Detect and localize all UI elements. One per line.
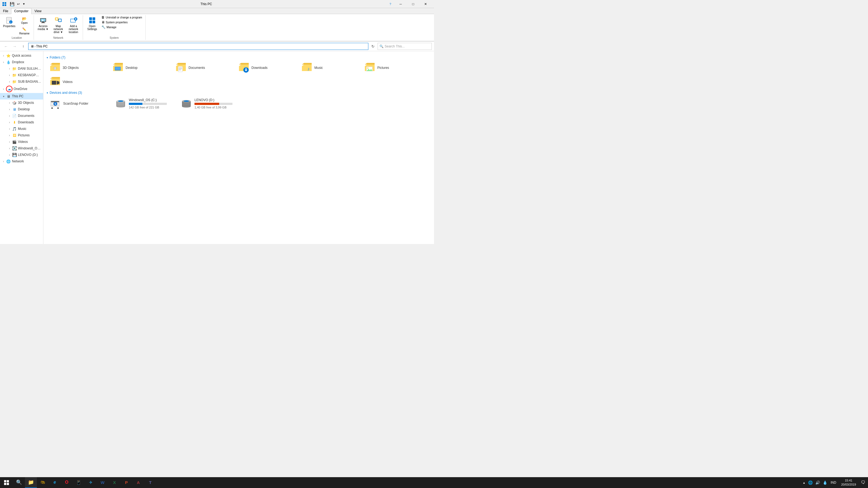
folder-videos-icon: [50, 77, 61, 87]
search-box[interactable]: 🔍 Search This...: [378, 43, 432, 50]
qs-save[interactable]: 💾: [9, 1, 16, 7]
svg-rect-1: [5, 2, 6, 4]
system-actions: 🗑 Uninstall or change a program 🖥 System…: [100, 15, 143, 29]
sidebar-item-quick-access[interactable]: › ⭐ Quick access: [0, 52, 43, 59]
onedrive-expand: ›: [2, 87, 5, 91]
drive-lenovo-d-free: 1,40 GB free of 3,99 GB: [194, 106, 240, 109]
music-expand: ›: [8, 127, 11, 131]
properties-button[interactable]: i Properties: [2, 15, 16, 29]
sidebar-item-windows-c[interactable]: › 💽 Windows8_OS (C:): [0, 145, 43, 152]
folder-documents[interactable]: Documents: [173, 61, 235, 74]
sub-bagian-icon: 📁: [12, 79, 17, 84]
music-icon: 🎵: [12, 126, 17, 131]
sidebar-item-desktop[interactable]: › 🖥 Desktop: [0, 106, 43, 112]
qs-undo[interactable]: ↩: [16, 2, 21, 6]
folder-3d-objects[interactable]: 3D 3D Objects: [46, 61, 109, 74]
svg-point-50: [57, 107, 59, 109]
drive-windows-c[interactable]: Windows8_OS (C:) 142 GB free of 221 GB: [112, 96, 177, 111]
access-media-icon: [39, 16, 48, 25]
sidebar-item-3d-objects[interactable]: › 🎲 3D Objects: [0, 99, 43, 106]
sidebar-item-sub-bagian[interactable]: › 📁 SUB BAGIAN KEUAN.: [0, 78, 43, 85]
drive-scansnap[interactable]: S ScanSnap Folder: [46, 96, 112, 111]
open-button[interactable]: 📂 Open: [18, 15, 31, 25]
sidebar-item-documents[interactable]: › 📄 Documents: [0, 112, 43, 119]
svg-rect-26: [93, 18, 95, 20]
folder-music[interactable]: ♪ Music: [299, 61, 361, 74]
drive-lenovo-d[interactable]: LENOVO (D:) 1,40 GB free of 3,99 GB: [178, 96, 243, 111]
svg-rect-33: [178, 66, 183, 72]
add-network-button[interactable]: Add a networklocation: [66, 15, 81, 34]
downloads-expand: ›: [8, 120, 11, 124]
sidebar-item-this-pc[interactable]: ▾ 🖥 This PC: [0, 93, 43, 99]
sidebar-item-network[interactable]: › 🌐 Network: [0, 158, 43, 165]
close-button[interactable]: ✕: [420, 0, 432, 8]
sub-bagian-expand: ›: [8, 80, 11, 84]
dani-label: DANI SULUH PEKER.: [18, 67, 41, 70]
quick-access-toolbar: 💾 ↩ ▼: [9, 1, 26, 7]
back-button[interactable]: ←: [2, 43, 10, 50]
tab-file[interactable]: File: [0, 8, 11, 14]
folder-desktop[interactable]: Desktop: [110, 61, 172, 74]
address-path[interactable]: 🖥 › This PC: [28, 43, 368, 50]
uninstall-button[interactable]: 🗑 Uninstall or change a program: [100, 15, 143, 20]
windows-c-expand: ›: [8, 147, 11, 150]
folders-section-header[interactable]: ▾ Folders (7): [46, 56, 431, 59]
qs-dropdown[interactable]: ▼: [22, 2, 26, 6]
add-network-icon: [69, 16, 78, 25]
ribbon: File Computer View i: [0, 8, 434, 41]
system-props-label: System properties: [106, 21, 128, 24]
svg-rect-18: [59, 19, 61, 22]
access-media-button[interactable]: Accessmedia ▼: [36, 15, 50, 31]
maximize-button[interactable]: □: [407, 0, 420, 8]
music-label: Music: [18, 127, 26, 131]
rename-button[interactable]: ✏️ Rename: [18, 26, 31, 36]
open-settings-button[interactable]: OpenSettings: [85, 15, 99, 31]
folder-pictures[interactable]: Pictures: [361, 61, 424, 74]
folder-downloads[interactable]: Downloads: [236, 61, 298, 74]
forward-button[interactable]: →: [11, 43, 19, 50]
system-props-button[interactable]: 🖥 System properties: [100, 20, 143, 24]
ribbon-content: i Properties 📂 Open ✏️ Rename Loc: [0, 14, 434, 41]
pictures-icon: 🖼: [12, 133, 17, 138]
folders-section-label: Folders (7): [50, 56, 65, 59]
help-button[interactable]: ?: [386, 0, 394, 8]
open-label: Open: [21, 22, 28, 24]
ribbon-group-system-items: OpenSettings 🗑 Uninstall or change a pro…: [85, 15, 143, 36]
windows-c-icon: 💽: [12, 146, 17, 151]
drives-section-header[interactable]: ▾ Devices and drives (3): [46, 91, 431, 95]
sidebar: › ⭐ Quick access › 💧 Dropbox › 📁 DANI SU…: [0, 51, 43, 244]
sidebar-item-downloads[interactable]: › ⬇ Downloads: [0, 119, 43, 126]
folder-videos[interactable]: Videos: [46, 75, 109, 89]
map-network-icon: [54, 16, 63, 25]
sidebar-item-pictures[interactable]: › 🖼 Pictures: [0, 132, 43, 138]
sidebar-item-music[interactable]: › 🎵 Music: [0, 126, 43, 132]
search-placeholder: Search This...: [384, 44, 405, 48]
svg-rect-0: [2, 2, 4, 4]
tab-view[interactable]: View: [31, 8, 44, 14]
open-icon: 📂: [22, 16, 27, 22]
addressbar: ← → ↑ 🖥 › This PC ↻ 🔍 Search This...: [0, 41, 434, 51]
manage-button[interactable]: 🔧 Manage: [100, 25, 143, 29]
window-title: This PC: [26, 2, 386, 6]
svg-rect-2: [2, 4, 4, 6]
main-area: › ⭐ Quick access › 💧 Dropbox › 📁 DANI SU…: [0, 51, 434, 244]
folder-downloads-name: Downloads: [251, 66, 268, 70]
svg-text:S: S: [55, 102, 56, 105]
map-network-button[interactable]: Map networkdrive ▼: [51, 15, 65, 34]
sidebar-item-videos[interactable]: › 🎬 Videos: [0, 138, 43, 145]
network-expand: ›: [2, 159, 5, 163]
dani-expand: ›: [8, 67, 11, 70]
system-group-label: System: [110, 36, 119, 40]
up-button[interactable]: ↑: [20, 43, 27, 50]
folder-3d-objects-name: 3D Objects: [63, 66, 79, 70]
sidebar-item-dropbox[interactable]: › 💧 Dropbox: [0, 59, 43, 65]
ribbon-tab-bar: File Computer View: [0, 8, 434, 14]
sidebar-item-lenovo-d[interactable]: › 💾 LENOVO (D:): [0, 152, 43, 158]
sidebar-item-kesbangpol[interactable]: › 📁 KESBANGPOL FOLD.: [0, 72, 43, 78]
sidebar-item-onedrive[interactable]: › ☁ OneDrive: [0, 85, 43, 93]
minimize-button[interactable]: ─: [394, 0, 407, 8]
refresh-button[interactable]: ↻: [369, 43, 376, 50]
tab-computer[interactable]: Computer: [11, 8, 31, 14]
sidebar-item-dani[interactable]: › 📁 DANI SULUH PEKER.: [0, 65, 43, 72]
manage-label: Manage: [106, 26, 116, 29]
